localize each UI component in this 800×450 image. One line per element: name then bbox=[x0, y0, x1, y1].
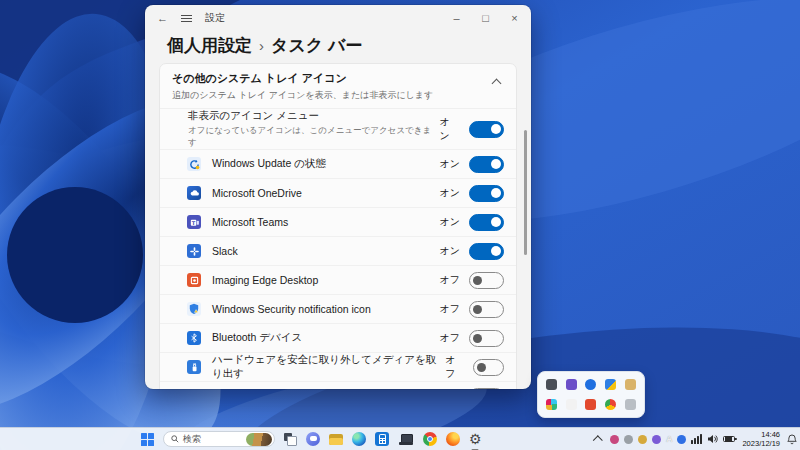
breadcrumb-personalization[interactable]: 個人用設定 bbox=[167, 36, 252, 55]
section-header-other-tray-icons[interactable]: その他のシステム トレイ アイコン 追加のシステム トレイ アイコンを表示、また… bbox=[160, 64, 516, 109]
toggle-state-label: オン bbox=[440, 157, 460, 171]
flyout-icon-dark-device[interactable] bbox=[546, 379, 557, 390]
svg-text:T: T bbox=[191, 219, 195, 225]
section-subtitle: 追加のシステム トレイ アイコンを表示、または非表示にします bbox=[172, 89, 504, 102]
maximize-button[interactable]: □ bbox=[471, 5, 500, 30]
search-highlight-thumbnail[interactable] bbox=[246, 433, 272, 446]
toggle-windows-update[interactable] bbox=[469, 156, 504, 173]
flyout-icon-imaging-edge[interactable] bbox=[585, 399, 596, 410]
toggle-onedrive[interactable] bbox=[469, 185, 504, 202]
row-windows-security: Windows Security notification icon オフ bbox=[160, 295, 516, 324]
settings-window: ← 設定 – □ × 個人用設定›タスク バー その他のシステム トレイ アイコ… bbox=[145, 5, 531, 389]
row-bluetooth: Bluetooth デバイス オフ bbox=[160, 324, 516, 353]
volume-icon[interactable] bbox=[707, 434, 718, 444]
app-title: 設定 bbox=[205, 11, 225, 25]
start-button[interactable] bbox=[141, 429, 154, 449]
flyout-icon-beige-app[interactable] bbox=[625, 379, 636, 390]
flyout-icon-bluetooth[interactable] bbox=[585, 379, 596, 390]
toggle-state-label: オフ bbox=[445, 353, 463, 381]
tray-icons: A bbox=[610, 434, 687, 444]
vaio-app-button[interactable] bbox=[398, 429, 414, 449]
row-label: Microsoft Teams bbox=[212, 216, 288, 228]
microsoft-store-button[interactable] bbox=[375, 429, 389, 449]
search-input[interactable]: 検索 bbox=[163, 431, 275, 447]
toggle-windows-security[interactable] bbox=[469, 301, 504, 318]
row-windows-update: Windows Update の状態 オン bbox=[160, 150, 516, 179]
breadcrumb-separator: › bbox=[259, 37, 264, 54]
toggle-teams[interactable] bbox=[469, 214, 504, 231]
hamburger-menu-icon[interactable] bbox=[181, 15, 192, 22]
toggle-state-label: オン bbox=[440, 186, 460, 200]
toggle-bluetooth[interactable] bbox=[469, 330, 504, 347]
page-title: タスク バー bbox=[271, 36, 362, 55]
row-label: 非表示のアイコン メニュー bbox=[188, 109, 440, 123]
toggle-state-label: オン bbox=[440, 215, 460, 229]
row-label: Microsoft OneDrive bbox=[212, 187, 302, 199]
scrollbar[interactable] bbox=[524, 130, 527, 255]
section-title: その他のシステム トレイ アイコン bbox=[172, 71, 504, 86]
flyout-icon-chrome[interactable] bbox=[605, 399, 616, 410]
taskbar: 検索 ⚙ A 14:46 2023/12/1 bbox=[0, 427, 800, 450]
gear-icon: ⚙ bbox=[469, 432, 482, 446]
search-placeholder: 検索 bbox=[183, 433, 201, 446]
row-label: Slack bbox=[212, 245, 238, 257]
tray-icon-magenta[interactable] bbox=[610, 435, 619, 444]
row-label: Windows Update の状態 bbox=[212, 157, 326, 171]
flyout-icon-gray-app[interactable] bbox=[625, 399, 636, 410]
taskbar-clock[interactable]: 14:46 2023/12/19 bbox=[742, 430, 780, 448]
flyout-icon-security-shield[interactable] bbox=[605, 379, 616, 390]
flyout-icon-slack[interactable] bbox=[546, 399, 557, 410]
network-icon[interactable] bbox=[691, 434, 702, 444]
tray-icon-sync[interactable] bbox=[638, 435, 647, 444]
firefox-button[interactable] bbox=[446, 429, 460, 449]
slack-icon bbox=[187, 244, 201, 258]
tray-icon-gray[interactable] bbox=[624, 435, 633, 444]
toggle-slack[interactable] bbox=[469, 243, 504, 260]
desktop: ← 設定 – □ × 個人用設定›タスク バー その他のシステム トレイ アイコ… bbox=[0, 0, 800, 450]
toggle-vaio-information[interactable] bbox=[469, 388, 504, 390]
row-label: Bluetooth デバイス bbox=[212, 331, 302, 345]
edge-button[interactable] bbox=[352, 429, 366, 449]
toggle-safely-remove-hardware[interactable] bbox=[473, 359, 504, 376]
toggle-state-label: オフ bbox=[440, 331, 460, 345]
task-view-button[interactable] bbox=[284, 429, 297, 449]
clock-date: 2023/12/19 bbox=[742, 439, 780, 448]
row-imaging-edge: Imaging Edge Desktop オフ bbox=[160, 266, 516, 295]
onedrive-icon bbox=[187, 186, 201, 200]
chat-button[interactable] bbox=[306, 429, 320, 449]
toggle-state-label: オン bbox=[440, 115, 460, 143]
tray-icon-blue[interactable] bbox=[677, 435, 686, 444]
breadcrumb: 個人用設定›タスク バー bbox=[167, 34, 362, 57]
back-icon[interactable]: ← bbox=[157, 12, 168, 24]
toggle-hidden-icon-menu[interactable] bbox=[469, 121, 504, 138]
row-safely-remove-hardware: ハードウェアを安全に取り外してメディアを取り出す オフ bbox=[160, 353, 516, 382]
chrome-button[interactable] bbox=[423, 429, 437, 449]
row-vaio-information: VAIO Information オフ bbox=[160, 382, 516, 389]
safely-remove-hardware-icon bbox=[187, 360, 201, 374]
imaging-edge-desktop-icon bbox=[187, 273, 201, 287]
system-tray-icons-card: その他のシステム トレイ アイコン 追加のシステム トレイ アイコンを表示、また… bbox=[159, 63, 517, 389]
row-teams: T Microsoft Teams オン bbox=[160, 208, 516, 237]
toggle-state-label: オフ bbox=[440, 302, 460, 316]
row-label: Imaging Edge Desktop bbox=[212, 274, 318, 286]
row-slack: Slack オン bbox=[160, 237, 516, 266]
row-hidden-icon-menu: 非表示のアイコン メニュー オフになっているアイコンは、このメニューでアクセスで… bbox=[160, 109, 516, 150]
row-label: Windows Security notification icon bbox=[212, 303, 371, 315]
search-icon bbox=[171, 435, 179, 443]
row-onedrive: Microsoft OneDrive オン bbox=[160, 179, 516, 208]
notification-bell-icon[interactable] bbox=[787, 434, 797, 445]
toggle-imaging-edge[interactable] bbox=[469, 272, 504, 289]
flyout-icon-purple-app[interactable] bbox=[566, 379, 577, 390]
tray-icon-purple[interactable] bbox=[652, 435, 661, 444]
file-explorer-button[interactable] bbox=[329, 429, 343, 449]
minimize-button[interactable]: – bbox=[442, 5, 471, 30]
flyout-icon-white-app[interactable] bbox=[566, 399, 577, 410]
battery-icon[interactable] bbox=[723, 436, 735, 443]
close-button[interactable]: × bbox=[500, 5, 529, 30]
teams-icon: T bbox=[187, 215, 201, 229]
windows-update-icon bbox=[187, 157, 201, 171]
show-hidden-icons-chevron[interactable] bbox=[593, 435, 603, 445]
settings-app-button[interactable]: ⚙ bbox=[469, 429, 482, 449]
taskbar-center-icons: 検索 ⚙ bbox=[141, 428, 482, 450]
ime-mode-indicator[interactable]: A bbox=[666, 434, 673, 444]
